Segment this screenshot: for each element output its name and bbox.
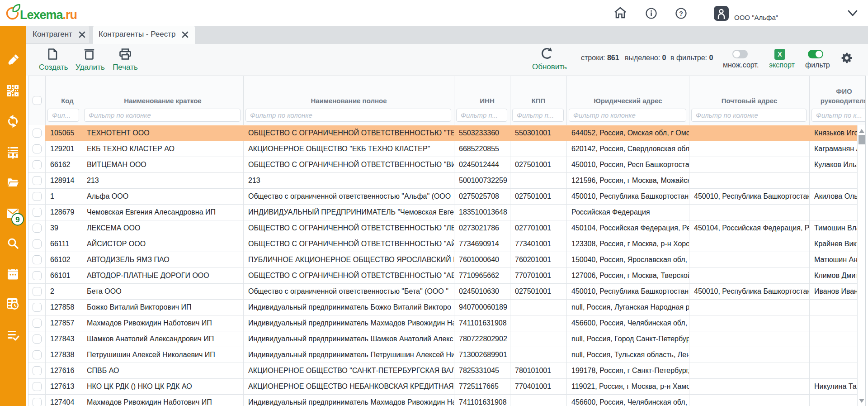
svg-text:9: 9 [15, 215, 19, 224]
svg-text:X: X [778, 51, 782, 58]
svg-text:?: ? [679, 10, 683, 17]
svg-text:Lexema.ru: Lexema.ru [20, 8, 77, 22]
